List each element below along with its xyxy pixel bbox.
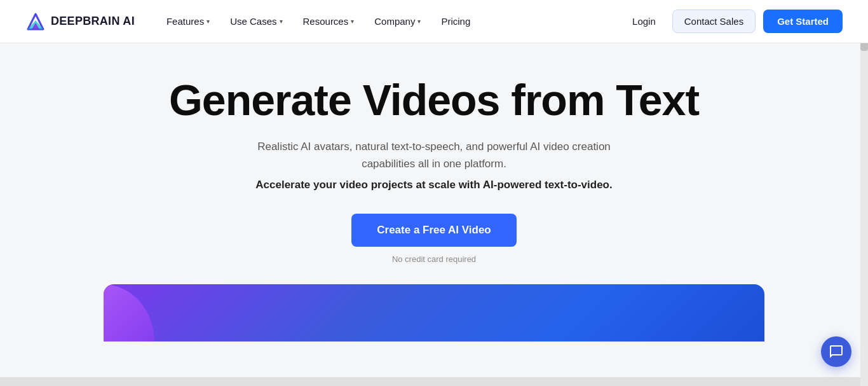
nav-company[interactable]: Company ▾ <box>365 11 430 32</box>
scrollbar-track <box>860 0 868 386</box>
hero-subtitle-bold: Accelerate your video projects at scale … <box>255 176 612 193</box>
get-started-button[interactable]: Get Started <box>763 10 843 33</box>
nav-features[interactable]: Features ▾ <box>158 11 219 32</box>
nav-actions: Login Contact Sales Get Started <box>623 10 843 33</box>
nav-use-cases[interactable]: Use Cases ▾ <box>221 11 291 32</box>
features-chevron-icon: ▾ <box>207 18 210 25</box>
logo-link[interactable]: DEEPBRAIN AI <box>25 11 135 32</box>
nav-resources[interactable]: Resources ▾ <box>294 11 363 32</box>
hero-section: Generate Videos from Text Realistic AI a… <box>0 43 868 341</box>
bottom-scrollbar-thumb[interactable] <box>0 377 860 386</box>
company-chevron-icon: ▾ <box>417 18 421 25</box>
nav-links: Features ▾ Use Cases ▾ Resources ▾ Compa… <box>158 11 623 32</box>
bottom-scrollbar[interactable] <box>0 377 860 386</box>
resources-chevron-icon: ▾ <box>351 18 354 25</box>
login-button[interactable]: Login <box>623 11 665 32</box>
navbar: DEEPBRAIN AI Features ▾ Use Cases ▾ Reso… <box>0 0 868 43</box>
hero-subtitle: Realistic AI avatars, natural text-to-sp… <box>231 138 637 172</box>
brand-name: DEEPBRAIN AI <box>51 15 135 28</box>
video-preview <box>104 284 764 341</box>
chat-icon <box>829 344 844 359</box>
chat-bubble-button[interactable] <box>821 336 851 367</box>
no-credit-card-text: No credit card required <box>392 254 476 264</box>
logo-icon <box>25 11 46 32</box>
contact-sales-button[interactable]: Contact Sales <box>672 10 756 33</box>
video-preview-decoration <box>104 284 180 341</box>
create-video-button[interactable]: Create a Free AI Video <box>351 214 517 247</box>
hero-title: Generate Videos from Text <box>169 76 699 124</box>
nav-pricing[interactable]: Pricing <box>432 11 479 32</box>
use-cases-chevron-icon: ▾ <box>280 18 283 25</box>
